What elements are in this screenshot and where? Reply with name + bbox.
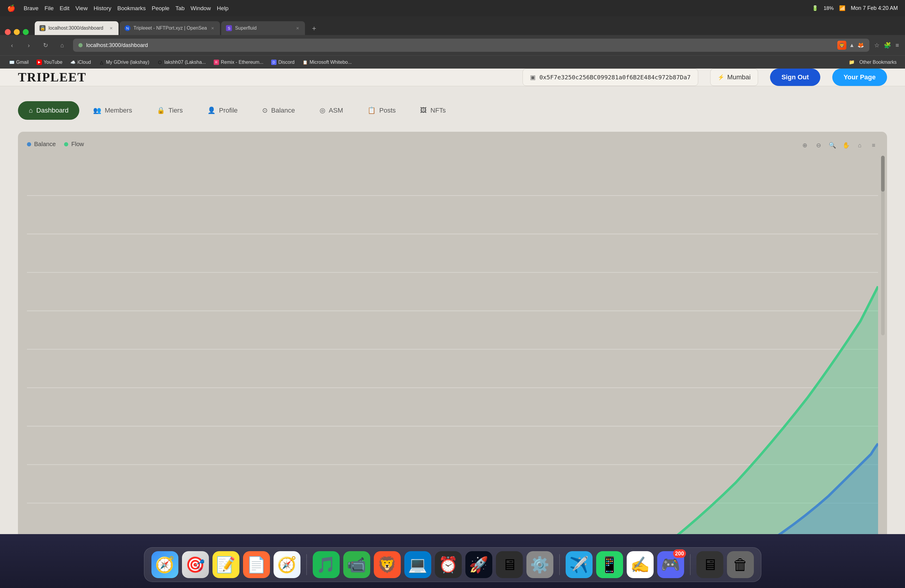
extension-icon[interactable]: 🧩 bbox=[884, 41, 891, 49]
dock-vscode[interactable]: 💻 bbox=[404, 551, 431, 578]
tab-title-2: Tripleeet - NFTPort.xyz | OpenSea bbox=[133, 25, 207, 31]
dock-notes[interactable]: ✍️ bbox=[627, 551, 654, 578]
menubar-bookmarks[interactable]: Bookmarks bbox=[117, 5, 146, 12]
menubar-tab[interactable]: Tab bbox=[175, 5, 185, 12]
gmail-icon: ✉️ bbox=[9, 60, 14, 65]
discord-badge: 200 bbox=[673, 549, 686, 558]
bookmark-icloud[interactable]: ☁️ iCloud bbox=[67, 57, 94, 67]
dock-time[interactable]: ⏰ bbox=[435, 551, 462, 578]
menubar-brave[interactable]: Brave bbox=[24, 5, 39, 12]
wallet-extension-icon[interactable]: 🦊 bbox=[857, 42, 864, 49]
brave-dock-icon: 🦁 bbox=[377, 556, 397, 574]
dock-discord[interactable]: 🎮 200 bbox=[657, 551, 684, 578]
bookmark-github[interactable]: ⬡ lakshh07 (Laksha... bbox=[154, 57, 209, 67]
menubar-view[interactable]: View bbox=[75, 5, 88, 12]
tab-close-1[interactable]: ✕ bbox=[108, 25, 114, 31]
network-box: ⚡ Mumbai bbox=[710, 68, 758, 86]
maximize-button[interactable] bbox=[23, 29, 29, 35]
menu-icon[interactable]: ≡ bbox=[868, 140, 879, 150]
tab-profile[interactable]: 👤 Profile bbox=[197, 101, 248, 120]
secure-icon bbox=[78, 43, 83, 47]
menubar-history[interactable]: History bbox=[94, 5, 111, 12]
bookmark-gdrive[interactable]: △ My GDrive (lakshay) bbox=[96, 57, 152, 67]
zoom-out-icon[interactable]: ⊖ bbox=[813, 140, 824, 150]
sign-out-button[interactable]: Sign Out bbox=[770, 68, 820, 86]
brave-rewards-icon[interactable]: ▲ bbox=[849, 42, 855, 49]
tab-close-3[interactable]: ✕ bbox=[295, 25, 300, 31]
telegram-icon: ✈️ bbox=[569, 556, 589, 574]
dock-display[interactable]: 🖥 bbox=[696, 551, 723, 578]
apple-menu[interactable]: 🍎 bbox=[7, 5, 15, 12]
dock-stickies[interactable]: 📝 bbox=[213, 551, 240, 578]
bookmark-youtube[interactable]: ▶ YouTube bbox=[33, 57, 65, 67]
tab-posts[interactable]: 📋 Posts bbox=[357, 101, 406, 120]
dock-safari[interactable]: 🧭 bbox=[273, 551, 300, 578]
tab-nfts-label: NFTs bbox=[430, 106, 446, 114]
tab-nftport[interactable]: N Tripleeet - NFTPort.xyz | OpenSea ✕ bbox=[120, 21, 220, 35]
bookmark-microsoft[interactable]: 📋 Microsoft Whitebo... bbox=[299, 57, 355, 67]
dock-whatsapp[interactable]: 📱 bbox=[596, 551, 623, 578]
bookmark-discord-label: Discord bbox=[278, 60, 294, 65]
menubar-window[interactable]: Window bbox=[191, 5, 211, 12]
bookmark-gdrive-label: My GDrive (lakshay) bbox=[106, 60, 149, 65]
whatsapp-icon: 📱 bbox=[600, 556, 619, 574]
dock-trash[interactable]: 🗑 bbox=[727, 551, 754, 578]
home-button[interactable]: ⌂ bbox=[56, 39, 68, 51]
tab-dashboard[interactable]: ⌂ Dashboard bbox=[18, 101, 79, 120]
address-bar[interactable]: localhost:3000/dashboard 🦁 ▲ 🦊 bbox=[73, 39, 869, 52]
menubar-file[interactable]: File bbox=[44, 5, 54, 12]
dock-terminal[interactable]: 🖥 bbox=[496, 551, 523, 578]
your-page-button[interactable]: Your Page bbox=[832, 68, 887, 86]
tab-members-label: Members bbox=[105, 106, 132, 114]
other-bookmarks[interactable]: Other Bookmarks bbox=[857, 58, 899, 66]
reload-button[interactable]: ↻ bbox=[40, 39, 51, 51]
tab-tiers[interactable]: 🔒 Tiers bbox=[146, 101, 194, 120]
display-icon: 🖥 bbox=[702, 556, 718, 574]
dock-brave[interactable]: 🦁 bbox=[374, 551, 401, 578]
bookmark-gmail[interactable]: ✉️ Gmail bbox=[6, 57, 32, 67]
tab-favicon-3: S bbox=[226, 25, 232, 31]
tab-balance[interactable]: ⊙ Balance bbox=[251, 101, 306, 120]
tab-nfts[interactable]: 🖼 NFTs bbox=[410, 101, 456, 120]
tab-members[interactable]: 👥 Members bbox=[82, 101, 143, 120]
scrollbar[interactable] bbox=[881, 156, 884, 335]
dock-warp[interactable]: 🚀 bbox=[465, 551, 492, 578]
pan-icon[interactable]: ✋ bbox=[841, 140, 851, 150]
scrollbar-thumb[interactable] bbox=[881, 156, 884, 192]
minimize-button[interactable] bbox=[14, 29, 20, 35]
menubar-edit[interactable]: Edit bbox=[60, 5, 70, 12]
home-reset-icon[interactable]: ⌂ bbox=[855, 140, 865, 150]
tab-close-2[interactable]: ✕ bbox=[210, 25, 215, 31]
vscode-icon: 💻 bbox=[408, 556, 427, 574]
tab-asm[interactable]: ◎ ASM bbox=[309, 101, 354, 120]
bookmark-discord[interactable]: D Discord bbox=[268, 57, 297, 67]
dock-launchpad[interactable]: 🎯 bbox=[182, 551, 209, 578]
menu-icon[interactable]: ≡ bbox=[895, 42, 899, 49]
new-tab-button[interactable]: + bbox=[307, 22, 321, 35]
close-button[interactable] bbox=[5, 29, 11, 35]
menubar-help[interactable]: Help bbox=[217, 5, 229, 12]
dock-telegram[interactable]: ✈️ bbox=[566, 551, 592, 578]
address-icons: 🦁 ▲ 🦊 bbox=[837, 41, 864, 50]
bookmark-remix[interactable]: R Remix - Ethereum... bbox=[211, 57, 266, 67]
wallet-icon: ▣ bbox=[530, 74, 536, 81]
zoom-in-icon[interactable]: ⊕ bbox=[800, 140, 810, 150]
back-button[interactable]: ‹ bbox=[6, 39, 18, 51]
dock-pages[interactable]: 📄 bbox=[243, 551, 270, 578]
bookmark-remix-label: Remix - Ethereum... bbox=[221, 60, 264, 65]
bookmark-icon[interactable]: ☆ bbox=[874, 41, 880, 49]
dock-spotify[interactable]: 🎵 bbox=[313, 551, 340, 578]
forward-button[interactable]: › bbox=[23, 39, 35, 51]
tab-dashboard[interactable]: 🔒 localhost:3000/dashboard ✕ bbox=[35, 21, 119, 35]
dock-settings[interactable]: ⚙️ bbox=[526, 551, 553, 578]
menubar-people[interactable]: People bbox=[152, 5, 169, 12]
discord-icon: D bbox=[271, 60, 276, 65]
tab-superfluid[interactable]: S Superfluid ✕ bbox=[221, 21, 305, 35]
brave-shield[interactable]: 🦁 bbox=[837, 41, 846, 50]
search-tool-icon[interactable]: 🔍 bbox=[827, 140, 837, 150]
dock-facetime[interactable]: 📹 bbox=[343, 551, 370, 578]
tab-favicon-2: N bbox=[124, 25, 130, 31]
legend-balance: Balance bbox=[27, 141, 56, 148]
app-header: TRIPLEET ▣ 0x5F7e3250c256BC099281a0f6B2E… bbox=[0, 68, 905, 86]
dock-finder[interactable]: 🧭 bbox=[151, 551, 178, 578]
